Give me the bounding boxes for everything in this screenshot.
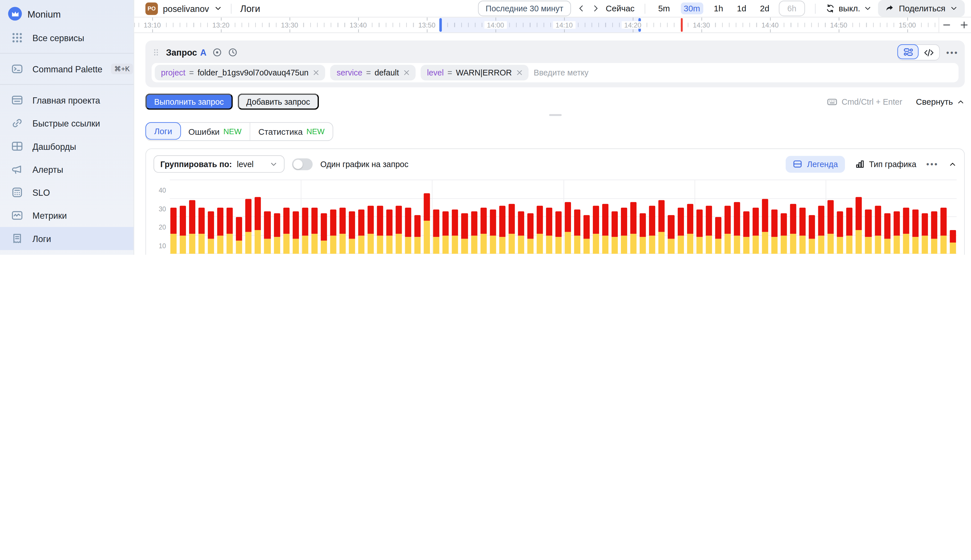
chart-bar[interactable] bbox=[555, 212, 562, 253]
chart-bar[interactable] bbox=[602, 204, 608, 254]
chart-bar[interactable] bbox=[508, 204, 515, 254]
code-mode-button[interactable] bbox=[918, 45, 939, 60]
chart-bar[interactable] bbox=[386, 210, 393, 254]
chart-bar[interactable] bbox=[536, 206, 543, 254]
chart-bar[interactable] bbox=[377, 206, 383, 254]
filter-chip-level[interactable]: level=WARN|ERROR bbox=[421, 65, 529, 80]
chart-bar[interactable] bbox=[621, 208, 627, 253]
sidebar-item-dashboards[interactable]: Дашборды bbox=[0, 135, 134, 158]
workspace-name[interactable]: poselivanov bbox=[163, 3, 209, 13]
custom-range-input[interactable]: 6h bbox=[779, 0, 805, 16]
preset-30m[interactable]: 30m bbox=[680, 3, 703, 15]
query-filter-input[interactable]: project=folder_b1gsv9ol7o0vauq475unservi… bbox=[152, 63, 959, 82]
sidebar-item-logs[interactable]: Логи bbox=[0, 227, 134, 250]
sidebar-item-traces[interactable]: Трейсы bbox=[0, 250, 134, 255]
now-button[interactable]: Сейчас bbox=[606, 4, 634, 13]
remove-filter-icon[interactable] bbox=[312, 68, 321, 77]
chart-bar[interactable] bbox=[368, 206, 374, 254]
chart-bar[interactable] bbox=[677, 208, 684, 253]
chart-bar[interactable] bbox=[396, 206, 402, 254]
tab-ошибки[interactable]: ОшибкиNEW bbox=[180, 123, 251, 140]
chart-bar[interactable] bbox=[827, 200, 834, 254]
chart-bar[interactable] bbox=[874, 206, 881, 254]
chart-bar[interactable] bbox=[734, 202, 740, 254]
chart-bar[interactable] bbox=[931, 212, 937, 253]
chart-bar[interactable] bbox=[649, 206, 655, 254]
drag-handle-icon[interactable] bbox=[152, 48, 160, 57]
chart-bar[interactable] bbox=[302, 208, 308, 253]
preset-5m[interactable]: 5m bbox=[655, 3, 673, 15]
chart-bar[interactable] bbox=[405, 208, 411, 253]
chart-bar[interactable] bbox=[274, 213, 280, 254]
chart-bar[interactable] bbox=[227, 208, 233, 253]
chart-bar[interactable] bbox=[574, 210, 580, 254]
chart-bar[interactable] bbox=[894, 212, 900, 253]
chart-bar[interactable] bbox=[922, 213, 928, 254]
tab-логи[interactable]: Логи bbox=[145, 122, 181, 140]
chart-bar[interactable] bbox=[687, 204, 693, 254]
chart-bar[interactable] bbox=[414, 215, 421, 253]
chart-bar[interactable] bbox=[480, 208, 486, 253]
chart-bar[interactable] bbox=[809, 215, 815, 253]
group-by-select[interactable]: Группировать по: level bbox=[154, 155, 285, 173]
chart-bar[interactable] bbox=[189, 200, 196, 254]
chart-bar[interactable] bbox=[452, 210, 458, 254]
collapse-query-button[interactable]: Свернуть bbox=[916, 97, 965, 107]
zoom-out-icon[interactable] bbox=[941, 20, 951, 30]
chart-bar[interactable] bbox=[443, 212, 449, 253]
chart-type-button[interactable]: Тип графика bbox=[855, 159, 916, 169]
chart-bar[interactable] bbox=[837, 212, 843, 253]
chart-bar[interactable] bbox=[199, 208, 205, 253]
builder-mode-button[interactable] bbox=[897, 44, 919, 59]
one-chart-toggle[interactable] bbox=[292, 158, 313, 170]
chart-bar[interactable] bbox=[471, 212, 477, 253]
chart-bar[interactable] bbox=[903, 208, 909, 253]
preset-2d[interactable]: 2d bbox=[757, 3, 772, 15]
workspace-avatar[interactable]: PO bbox=[145, 2, 158, 15]
chart-bar[interactable] bbox=[771, 210, 778, 254]
chart-bar[interactable] bbox=[490, 210, 496, 254]
chart-bar[interactable] bbox=[630, 202, 637, 254]
sidebar-item-command-palette[interactable]: Command Palette ⌘+K bbox=[0, 57, 134, 80]
add-label-placeholder[interactable]: Введите метку bbox=[534, 68, 588, 77]
chart-bar[interactable] bbox=[208, 212, 214, 253]
chevron-left-icon[interactable] bbox=[577, 4, 585, 12]
sidebar-item-project-home[interactable]: Главная проекта bbox=[0, 88, 134, 112]
chart-bar[interactable] bbox=[236, 217, 242, 254]
remove-filter-icon[interactable] bbox=[516, 68, 524, 77]
chart-bar[interactable] bbox=[799, 208, 806, 253]
chart-bar[interactable] bbox=[499, 206, 505, 254]
chart-bar[interactable] bbox=[565, 202, 571, 254]
chart-bar[interactable] bbox=[255, 197, 261, 254]
filter-chip-service[interactable]: service=default bbox=[331, 65, 416, 80]
chart-bar[interactable] bbox=[705, 206, 712, 254]
selection-handle-left[interactable] bbox=[439, 18, 442, 32]
chart-bar[interactable] bbox=[433, 210, 440, 254]
chart-bar[interactable] bbox=[668, 215, 674, 253]
chart-bar[interactable] bbox=[593, 206, 599, 254]
chart-bar[interactable] bbox=[546, 208, 552, 253]
sidebar-item-metrics[interactable]: Метрики bbox=[0, 204, 134, 227]
add-query-button[interactable]: Добавить запрос bbox=[237, 93, 319, 110]
chart-bar[interactable] bbox=[180, 206, 186, 254]
chart-bar[interactable] bbox=[170, 208, 177, 253]
chart-bar[interactable] bbox=[246, 198, 252, 253]
chart-bar[interactable] bbox=[311, 208, 318, 253]
chart-bar[interactable] bbox=[612, 212, 618, 253]
chart-bar[interactable] bbox=[884, 213, 890, 254]
chart-bar[interactable] bbox=[865, 210, 871, 254]
time-range-button[interactable]: Последние 30 минут bbox=[478, 0, 571, 16]
sidebar-item-all-services[interactable]: Все сервисы bbox=[0, 26, 134, 49]
chart-bar[interactable] bbox=[818, 206, 824, 254]
chart-bar[interactable] bbox=[743, 212, 749, 253]
chart-bar[interactable] bbox=[715, 217, 721, 254]
tab-статистика[interactable]: СтатистикаNEW bbox=[251, 123, 333, 140]
query-more-button[interactable]: ••• bbox=[946, 48, 959, 57]
chart-bar[interactable] bbox=[330, 210, 336, 254]
sidebar-item-alerts[interactable]: Алерты bbox=[0, 158, 134, 181]
filter-chip-project[interactable]: project=folder_b1gsv9ol7o0vauq475un bbox=[155, 65, 325, 80]
resize-handle[interactable] bbox=[549, 114, 561, 116]
chart-bar[interactable] bbox=[696, 210, 702, 254]
chart-bar[interactable] bbox=[349, 212, 355, 253]
chart-bar[interactable] bbox=[292, 212, 299, 253]
